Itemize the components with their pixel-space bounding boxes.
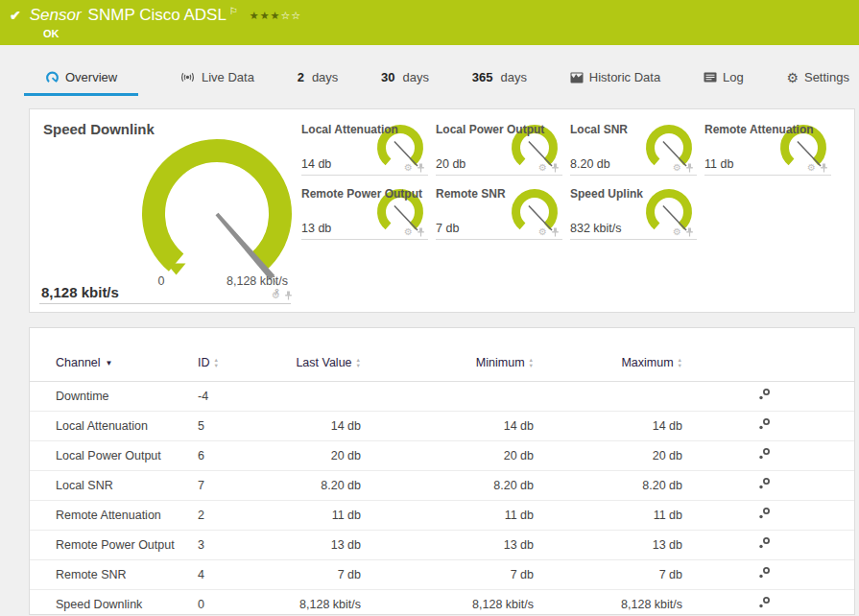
- cell-filler: [798, 590, 854, 616]
- channel-title: Local Attenuation: [301, 121, 428, 136]
- tab-label: days: [501, 70, 527, 84]
- cell-id: 4: [198, 560, 292, 590]
- stars-filled-icon[interactable]: ★★★: [250, 10, 281, 21]
- gear-icon[interactable]: ⚙: [272, 291, 280, 300]
- cell-maximum: 13 db: [534, 531, 682, 560]
- cell-channel: Downtime: [30, 382, 198, 412]
- table-row: Local SNR 7 8.20 db 8.20 db 8.20 db: [30, 471, 854, 501]
- tab-num: 30: [381, 70, 394, 84]
- channel-title: Remote SNR: [436, 185, 562, 201]
- gauge-icon: [45, 70, 60, 84]
- cell-channel: Remote Power Output: [30, 531, 198, 560]
- gauge-cell-remote-snr: Remote SNR 7 db ⚙: [436, 185, 562, 240]
- sort-desc-icon: ▼: [106, 359, 113, 367]
- channel-settings-icon[interactable]: [757, 507, 771, 520]
- tab-settings[interactable]: ⚙ Settings: [784, 62, 851, 96]
- cell-last-value: 7 db: [292, 560, 361, 590]
- column-label: Maximum: [621, 356, 673, 369]
- channel-settings-icon[interactable]: [757, 596, 771, 609]
- tab-historic-data[interactable]: Historic Data: [568, 62, 662, 96]
- cell-last-value: 8,128 kbit/s: [292, 590, 361, 616]
- tab-365-days[interactable]: 365 days: [470, 62, 529, 96]
- object-kind-label: Sensor: [30, 6, 82, 25]
- table-row: Local Attenuation 5 14 db 14 db 14 db: [30, 412, 854, 441]
- channel-settings-icon[interactable]: [757, 417, 771, 431]
- column-header-minimum[interactable]: Minimum▲▼: [361, 347, 534, 382]
- tab-label: Settings: [804, 70, 849, 84]
- column-header-channel[interactable]: Channel▼: [30, 347, 198, 382]
- column-label: Channel: [56, 356, 101, 369]
- cell-id: 5: [198, 412, 292, 441]
- cell-id: 0: [198, 590, 292, 616]
- pin-icon[interactable]: [284, 291, 293, 300]
- sensor-title-line: ✔ Sensor SNMP Cisco ADSL ⚐ ★★★☆☆: [0, 0, 859, 25]
- cell-actions: [682, 441, 798, 471]
- cell-maximum: 8.20 db: [534, 471, 682, 501]
- cell-last-value: 11 db: [292, 501, 361, 531]
- stars-empty-icon[interactable]: ☆☆: [280, 10, 301, 21]
- log-icon: [704, 72, 717, 83]
- channel-settings-icon[interactable]: [757, 388, 771, 401]
- column-header-actions: [682, 347, 798, 382]
- cell-actions: [682, 501, 798, 531]
- channel-settings-icon[interactable]: [757, 447, 771, 461]
- cell-last-value: 20 db: [292, 441, 361, 471]
- cell-minimum: 11 db: [361, 501, 534, 531]
- cell-minimum: 7 db: [361, 560, 534, 590]
- cell-last-value: [292, 382, 361, 412]
- channel-value: 13 db: [301, 222, 331, 235]
- cell-filler: [798, 382, 854, 412]
- tab-live-data[interactable]: Live Data: [178, 62, 256, 96]
- cell-id: -4: [198, 382, 292, 412]
- channel-value: 14 db: [301, 157, 331, 171]
- tab-log[interactable]: Log: [702, 62, 746, 96]
- channel-settings-icon[interactable]: [757, 566, 771, 580]
- column-header-filler: [798, 347, 854, 382]
- table-row: Local Power Output 6 20 db 20 db 20 db: [30, 441, 854, 471]
- cell-maximum: 7 db: [534, 560, 682, 590]
- cell-channel: Speed Downlink: [30, 590, 198, 616]
- tab-2-days[interactable]: 2 days: [296, 62, 341, 96]
- main-gauge-actions: ⚙: [272, 291, 293, 300]
- cell-minimum: 14 db: [361, 412, 534, 441]
- cell-maximum: 8,128 kbit/s: [534, 590, 682, 616]
- channel-title: Remote Power Output: [301, 185, 428, 201]
- live-data-icon: [179, 71, 196, 83]
- cell-filler: [798, 501, 854, 531]
- cell-minimum: 13 db: [361, 531, 534, 560]
- tab-bar: Overview Live Data 2 days 30 days 365 da…: [0, 45, 859, 96]
- cell-filler: [798, 412, 854, 441]
- sort-icon: ▲▼: [214, 358, 219, 369]
- cell-id: 7: [198, 471, 292, 501]
- tab-overview[interactable]: Overview: [24, 62, 138, 96]
- priority-stars[interactable]: ★★★☆☆: [250, 10, 301, 22]
- gauge-cell-local-snr: Local SNR 8.20 db ⚙: [570, 121, 697, 176]
- sort-icon: ▲▼: [529, 358, 534, 369]
- status-badge: OK: [43, 28, 859, 39]
- cell-maximum: 11 db: [534, 501, 682, 531]
- column-label: Last Value: [296, 356, 351, 369]
- cell-actions: [682, 412, 798, 441]
- table-row: Remote SNR 4 7 db 7 db 7 db: [30, 560, 854, 590]
- column-header-last-value[interactable]: Last Value▲▼: [292, 347, 361, 382]
- gauge-cell-speed-uplink: Speed Uplink 832 kbit/s ⚙: [570, 185, 697, 240]
- column-header-maximum[interactable]: Maximum▲▼: [534, 347, 682, 382]
- channel-settings-icon[interactable]: [757, 477, 771, 490]
- cell-filler: [798, 560, 854, 590]
- channel-value: 7 db: [436, 222, 459, 235]
- channel-title: Local Power Output: [436, 121, 562, 136]
- tab-num: 365: [472, 70, 493, 84]
- channels-table: Channel▼ ID▲▼ Last Value▲▼ Minimum▲▼ Max…: [30, 347, 854, 615]
- channel-settings-icon[interactable]: [757, 536, 771, 550]
- cell-minimum: 20 db: [361, 441, 534, 471]
- tab-30-days[interactable]: 30 days: [379, 62, 431, 96]
- cell-maximum: 20 db: [534, 441, 682, 471]
- flag-icon[interactable]: ⚐: [229, 6, 238, 16]
- channel-value: 11 db: [704, 157, 733, 171]
- prtg-sensor-page: ✔ Sensor SNMP Cisco ADSL ⚐ ★★★☆☆ OK Over…: [0, 0, 859, 616]
- speed-downlink-gauge: x̄: [121, 123, 313, 297]
- status-check-icon: ✔: [10, 8, 21, 23]
- table-row: Remote Attenuation 2 11 db 11 db 11 db: [30, 501, 854, 531]
- sort-icon: ▲▼: [678, 358, 682, 369]
- column-header-id[interactable]: ID▲▼: [198, 347, 292, 382]
